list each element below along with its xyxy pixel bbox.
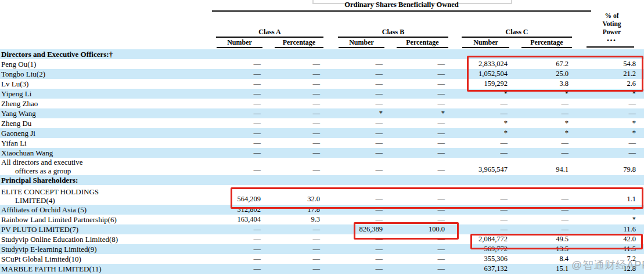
cell-class-b-number: — bbox=[338, 129, 386, 137]
row-label: Zheng Du bbox=[0, 119, 216, 128]
cell-class-a-number: — bbox=[216, 79, 264, 88]
cell-class-a-percentage: — bbox=[264, 225, 323, 234]
table-row: Peng Ou(1)————2,833,02467.254.8 bbox=[0, 59, 644, 69]
cell-class-c-number: — bbox=[462, 99, 511, 108]
table-row: Xiaochuan Wang——————— bbox=[0, 148, 644, 158]
row-label: Principal Shareholders: bbox=[0, 176, 216, 184]
cell-class-c-percentage: — bbox=[511, 205, 572, 214]
cell-class-a-number: — bbox=[216, 235, 264, 244]
table-row: PV PLUTO LIMITED(7)——826,389100.0——11.6 bbox=[0, 224, 644, 234]
cell-class-b-number: — bbox=[338, 60, 386, 68]
row-label: Peng Ou(1) bbox=[0, 60, 216, 68]
cell-class-c-percentage: * bbox=[511, 119, 572, 128]
cell-class-b-number: — bbox=[338, 89, 386, 98]
row-label: Zheng Zhao bbox=[0, 99, 216, 108]
cell-voting-power: 2.6 bbox=[587, 79, 637, 88]
cell-class-b-percentage: — bbox=[386, 99, 448, 108]
cell-class-c-number: 569,772 bbox=[462, 245, 511, 253]
row-label: Yipeng Li bbox=[0, 89, 216, 98]
cell-class-c-number: — bbox=[462, 215, 511, 224]
cell-class-b-number: — bbox=[338, 235, 386, 244]
cell-class-a-percentage: — bbox=[264, 264, 323, 273]
class-c-header: Class C bbox=[462, 28, 572, 38]
row-label: Gaoneng Ji bbox=[0, 129, 216, 137]
cell-class-b-percentage: — bbox=[386, 245, 448, 253]
cell-class-a-number: 312,802 bbox=[216, 205, 264, 214]
cell-class-c-percentage: — bbox=[511, 225, 572, 234]
class-c-percentage-header: Percentage bbox=[521, 38, 572, 48]
cell-class-b-number: — bbox=[338, 165, 386, 175]
cell-class-b-number: — bbox=[338, 264, 386, 273]
cell-class-a-percentage: — bbox=[264, 245, 323, 253]
table-row: Yipeng Li————*** bbox=[0, 89, 644, 99]
cell-class-b-percentage: — bbox=[386, 215, 448, 224]
class-a-number-header: Number bbox=[217, 38, 262, 48]
cell-class-a-percentage: — bbox=[264, 119, 323, 128]
cell-class-c-percentage: 49.5 bbox=[511, 235, 572, 244]
cell-class-b-percentage: — bbox=[386, 139, 448, 147]
cell-voting-power: 79.8 bbox=[587, 165, 637, 175]
table-row: All directors and executiveofficers as a… bbox=[0, 158, 644, 175]
cell-voting-power: 42.0 bbox=[587, 235, 637, 244]
cell-class-a-number: 564,209 bbox=[216, 195, 264, 205]
cell-class-a-number: — bbox=[216, 225, 264, 234]
cell-class-b-number: * bbox=[338, 109, 386, 118]
cell-class-b-number: — bbox=[338, 148, 386, 157]
cell-class-b-percentage: — bbox=[386, 89, 448, 98]
cell-class-a-percentage: — bbox=[264, 70, 323, 78]
table-row: Affiliates of Orchid Asia (5)312,80217.8… bbox=[0, 205, 644, 215]
table-row: Zheng Zhao——————— bbox=[0, 99, 644, 108]
cell-class-a-percentage: — bbox=[264, 89, 323, 98]
cell-class-a-number: — bbox=[216, 139, 264, 147]
cell-class-a-percentage: — bbox=[264, 60, 323, 68]
table-row: ELITE CONCEPT HOLDINGSLIMITED(4)564,2093… bbox=[0, 185, 644, 205]
cell-class-c-number: — bbox=[462, 148, 511, 157]
cell-voting-power: — bbox=[587, 109, 637, 118]
cell-class-b-number: — bbox=[338, 245, 386, 253]
cell-class-a-number: — bbox=[216, 89, 264, 98]
sub-header-row: Number Percentage Number Percentage Numb… bbox=[0, 38, 644, 48]
voting-power-line-2: Voting bbox=[587, 20, 637, 28]
cell-class-b-percentage: — bbox=[386, 205, 448, 214]
cell-class-c-number: — bbox=[462, 205, 511, 214]
cell-class-a-number: — bbox=[216, 129, 264, 137]
cell-class-c-percentage: — bbox=[511, 99, 572, 108]
table-row: Gaoneng Ji————*** bbox=[0, 128, 644, 138]
cell-class-b-percentage: — bbox=[386, 195, 448, 205]
cell-class-c-number: * bbox=[462, 119, 511, 128]
cell-class-a-number: — bbox=[216, 109, 264, 118]
cell-voting-power: — bbox=[587, 99, 637, 108]
cell-class-b-percentage: — bbox=[386, 119, 448, 128]
cell-class-a-percentage: 9.3 bbox=[264, 215, 323, 224]
row-label: Yang Wang bbox=[0, 109, 216, 118]
table-row: Studyvip E-learning Limited(9)————569,77… bbox=[0, 244, 644, 254]
cell-voting-power: * bbox=[587, 129, 637, 137]
voting-power-line-3: Power bbox=[587, 28, 637, 36]
table-row: Lv Lu(3)————159,2923.82.6 bbox=[0, 79, 644, 89]
cell-voting-power: 11.6 bbox=[587, 225, 637, 234]
cell-class-c-percentage: 25.0 bbox=[511, 70, 572, 78]
voting-power-underline bbox=[587, 46, 634, 48]
cell-class-b-percentage: — bbox=[386, 148, 448, 157]
cell-class-c-number: * bbox=[462, 129, 511, 137]
cell-class-a-number: 163,404 bbox=[216, 215, 264, 224]
cell-voting-power: * bbox=[587, 215, 637, 224]
cell-class-b-percentage: — bbox=[386, 264, 448, 273]
cell-voting-power: 1.1 bbox=[587, 195, 637, 205]
cell-class-c-number: 3,965,547 bbox=[462, 165, 511, 175]
cell-class-c-number: * bbox=[462, 89, 511, 98]
cell-class-a-percentage: — bbox=[264, 139, 323, 147]
cell-class-a-percentage: — bbox=[264, 79, 323, 88]
cell-voting-power: — bbox=[587, 148, 637, 157]
cell-class-b-percentage: — bbox=[386, 79, 448, 88]
cell-class-b-percentage: — bbox=[386, 255, 448, 263]
cell-class-a-percentage: — bbox=[264, 255, 323, 263]
cell-class-a-number: — bbox=[216, 60, 264, 68]
cell-class-b-percentage: — bbox=[386, 165, 448, 175]
row-label: SCuPt Global Limited(10) bbox=[0, 255, 216, 263]
class-b-header: Class B bbox=[338, 28, 448, 38]
row-label: Affiliates of Orchid Asia (5) bbox=[0, 205, 216, 214]
cell-class-c-number: — bbox=[462, 109, 511, 118]
cell-class-c-percentage: 3.8 bbox=[511, 79, 572, 88]
class-c-number-header: Number bbox=[462, 38, 509, 48]
